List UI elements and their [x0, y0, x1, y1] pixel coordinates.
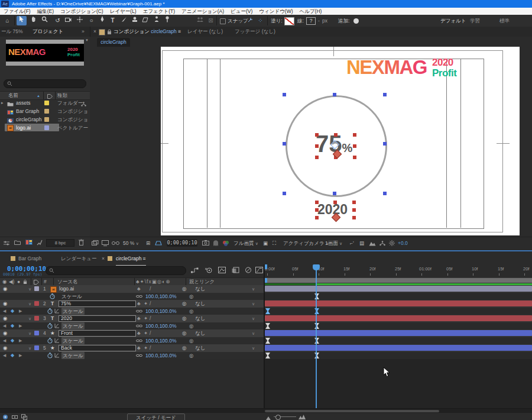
effects-switch-icon[interactable]: ✦	[144, 344, 148, 352]
mini-flowchart-icon[interactable]	[191, 267, 199, 274]
expression-pickwhip-icon[interactable]: ◎	[189, 293, 193, 300]
new-composition-icon[interactable]	[25, 240, 33, 246]
scale-value[interactable]: 100.0,100.0%	[145, 337, 176, 344]
timeline-search-input[interactable]	[46, 266, 186, 275]
tab-bar-graph[interactable]: Bar Graph	[18, 253, 41, 264]
brush-tool-icon[interactable]	[119, 16, 129, 25]
layer-row-75[interactable]: ◉ ∨ 2 T 75% ♣ ✦ / ◎ なし ∨	[0, 300, 264, 308]
pickwhip-icon[interactable]: ◎	[182, 300, 186, 308]
timeline-zoom-slider-knob[interactable]	[275, 415, 281, 420]
viewer-timecode[interactable]: 0;00;00;10	[167, 239, 197, 247]
menu-edit[interactable]: 編集(E)	[37, 8, 54, 14]
parent-value[interactable]: なし	[195, 329, 205, 337]
layer-name[interactable]: Back	[59, 345, 136, 351]
composition-canvas[interactable]: NEXMAG 2020 Profit 75%	[161, 47, 520, 235]
tab-circlegraph[interactable]: circleGraph ≡	[116, 253, 146, 266]
effects-switch-icon[interactable]: ✦	[144, 315, 148, 322]
camera-tool-icon[interactable]	[63, 16, 73, 25]
text-handle[interactable]	[353, 133, 356, 137]
next-keyframe-icon[interactable]: ▶	[19, 337, 22, 344]
scale-value[interactable]: 100.0,100.0%	[145, 308, 176, 315]
parent-value[interactable]: なし	[195, 315, 205, 322]
layer-row-front[interactable]: ◉ ∨ 4 ★ Front ♣ ✦ / ◎ なし ∨	[0, 329, 264, 338]
prev-keyframe-icon[interactable]: ◀	[3, 308, 6, 315]
switches-modes-button[interactable]: スイッチ / モード	[127, 413, 185, 420]
zoom-tool-icon[interactable]	[40, 16, 50, 25]
eye-icon[interactable]: ◉	[3, 285, 7, 293]
next-keyframe-icon[interactable]: ▶	[19, 322, 22, 329]
project-search-input[interactable]	[4, 79, 86, 88]
hscroll-thumb[interactable]	[265, 410, 439, 412]
project-item-assets[interactable]: ▸ assets フォルダー	[0, 99, 90, 107]
layer-duration-bar-front[interactable]	[265, 330, 532, 336]
project-item-logo-ai[interactable]: ai logo.ai ベクトルアー	[0, 124, 90, 132]
pickwhip-icon[interactable]: ◎	[182, 344, 186, 352]
menu-composition[interactable]: コンポジション(C)	[60, 8, 103, 14]
text-handle[interactable]	[333, 201, 337, 204]
trash-icon[interactable]	[79, 239, 84, 247]
orbit-camera-icon[interactable]: ↺	[53, 16, 63, 25]
quality-switch-icon[interactable]: ♣	[137, 300, 141, 308]
scale-property-label[interactable]: スケール	[61, 322, 85, 329]
text-handle[interactable]	[315, 208, 319, 212]
parent-value[interactable]: なし	[195, 285, 205, 293]
type-tool-icon[interactable]: T	[108, 16, 118, 25]
snap-grid-icon[interactable]: ⁘	[255, 16, 265, 25]
snap-options-icon[interactable]	[245, 16, 255, 25]
twirl-down-icon[interactable]: ∨	[28, 344, 31, 352]
layer-label-swatch[interactable]	[34, 345, 39, 350]
eraser-tool-icon[interactable]	[140, 16, 150, 25]
camera-view-dropdown[interactable]: アクティブカメラ ∨	[283, 237, 329, 250]
twirl-icon[interactable]: ▸	[1, 99, 4, 107]
quality-slash-icon[interactable]: /	[150, 329, 151, 337]
label-swatch[interactable]	[44, 125, 49, 130]
layer-label-swatch[interactable]	[34, 331, 39, 335]
always-preview-icon[interactable]	[92, 237, 99, 250]
pickwhip-icon[interactable]: ◎	[182, 285, 186, 293]
text-handle[interactable]	[352, 216, 356, 219]
layer-label-swatch[interactable]	[34, 301, 39, 306]
show-snapshot-ghost-icon[interactable]	[213, 237, 219, 250]
expression-pickwhip-icon[interactable]: ◎	[189, 337, 193, 344]
roto-brush-icon[interactable]	[151, 16, 161, 25]
layer-label-swatch[interactable]	[34, 316, 39, 321]
effects-switch-icon[interactable]: ✦	[144, 329, 148, 337]
keyframe-easy-ease-icon[interactable]	[265, 323, 270, 329]
parent-dropdown-icon[interactable]: ∨	[252, 285, 255, 293]
snapshot-camera-icon[interactable]	[202, 237, 209, 250]
menu-animation[interactable]: アニメーション(A)	[181, 8, 224, 14]
text-handle[interactable]	[315, 144, 319, 148]
expand-in-out-icon[interactable]	[2, 414, 8, 420]
eye-icon[interactable]: ◉	[3, 315, 7, 322]
quality-slash-icon[interactable]: /	[150, 344, 151, 352]
ruler-grid-icon[interactable]: ⊞	[146, 237, 150, 249]
work-area-bar[interactable]	[265, 278, 532, 283]
fast-previews-icon[interactable]	[369, 237, 376, 250]
eye-icon[interactable]: ◉	[3, 329, 7, 337]
brainstorm-icon[interactable]	[245, 267, 252, 274]
layer-name[interactable]: 75%	[59, 301, 136, 307]
layer-name[interactable]: logo.ai	[59, 285, 74, 293]
menu-file[interactable]: ファイル(F)	[4, 8, 31, 14]
scale-property-label[interactable]: スケール	[61, 293, 82, 300]
menu-view[interactable]: ビュー(V)	[231, 8, 252, 14]
add-button-icon[interactable]	[353, 18, 359, 24]
layer-name[interactable]: 2020	[59, 315, 136, 322]
layer-duration-bar-logo[interactable]	[265, 286, 532, 292]
text-handle[interactable]	[352, 201, 356, 204]
quality-slash-icon[interactable]: /	[150, 285, 151, 293]
layer-duration-bar-2020[interactable]	[265, 315, 532, 321]
selection-handle[interactable]	[283, 93, 286, 96]
zoom-in-mountains-icon[interactable]	[299, 415, 306, 420]
menu-effect[interactable]: エフェクト(T)	[143, 8, 175, 14]
graph-editor-icon[interactable]	[255, 267, 263, 274]
keyframe-easy-ease-icon[interactable]	[265, 353, 270, 358]
snap-checkbox[interactable]	[220, 18, 226, 24]
interpret-footage-icon[interactable]	[3, 240, 10, 247]
grid-guides-icon[interactable]: ⌐'	[350, 237, 354, 249]
layer-row-logo-ai[interactable]: ◉ ∨ 1 ai logo.ai ♣ / ◎ なし ∨	[0, 285, 264, 293]
next-keyframe-icon[interactable]: ▶	[19, 352, 22, 359]
panel-overflow-chevrons[interactable]: »	[82, 27, 85, 37]
prev-keyframe-icon[interactable]: ◀	[3, 352, 6, 359]
shape-tool-icon[interactable]: ○	[86, 16, 96, 25]
